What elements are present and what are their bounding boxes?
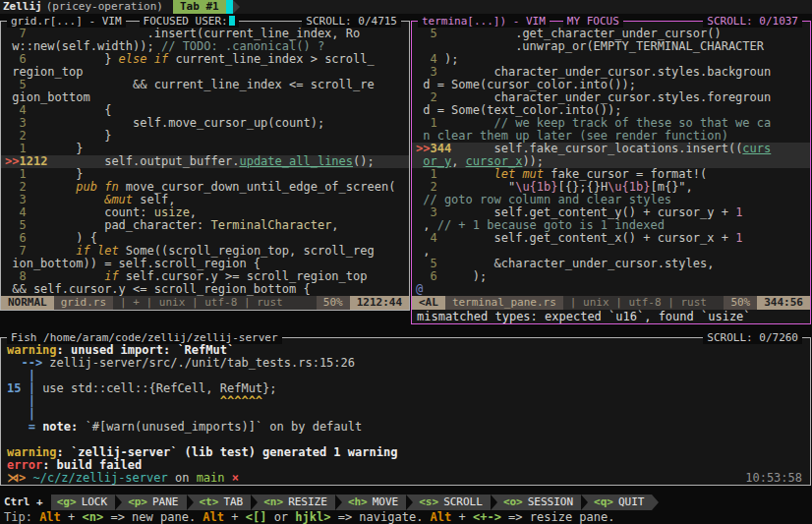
tip-text: + bbox=[451, 510, 473, 524]
code-row: 5 .get_character_under_cursor() bbox=[412, 28, 810, 40]
keybar-item-session[interactable]: <o>SESSION bbox=[497, 495, 581, 510]
terminal-output: warning: unused import: `RefMut` --> zel… bbox=[1, 344, 810, 485]
code-row: >>1212 self.output_buffer.update_all_lin… bbox=[1, 155, 409, 168]
pane-terminal-pane-rs[interactable]: termina[...]) - VIM MY FOCUS SCROLL: 0/1… bbox=[411, 21, 811, 324]
keybar-separator-icon bbox=[251, 495, 258, 510]
code-row: && self.cursor.y <= scroll_region_bottom… bbox=[1, 283, 409, 296]
keybar-key: <p> bbox=[128, 495, 147, 510]
vim-error-message: mismatched types: expected `u16`, found … bbox=[412, 310, 810, 323]
vim-fileinfo: | + | unix | utf-8 | rust bbox=[113, 296, 317, 310]
terminal-row: | bbox=[1, 408, 810, 421]
keybar-label: TAB bbox=[223, 495, 243, 510]
code-row: 5 && current_line_index <= scroll_re bbox=[1, 79, 409, 91]
code-row: 8 if self.cursor.y >= scroll_region_top bbox=[1, 270, 409, 283]
code-row: 1 // we keep track of these so that we c… bbox=[412, 117, 810, 130]
tip-text: or bbox=[266, 510, 295, 524]
statusline-right: <AL terminal_pane.rs | unix | utf-8 | ru… bbox=[412, 296, 810, 310]
code-area-grid-rs: 7 .insert(current_line_index, Ro w::new(… bbox=[1, 28, 409, 296]
pane-title-text: termina[...]) - VIM bbox=[418, 15, 550, 28]
keybar-separator-icon bbox=[115, 495, 122, 510]
keybar-separator-icon bbox=[187, 495, 194, 510]
keybar-key: <t> bbox=[200, 495, 219, 510]
keybar-separator-icon bbox=[335, 495, 342, 510]
code-row: ion_bottom)) = self.scroll_region { bbox=[1, 258, 409, 270]
session-name: (pricey-operation) bbox=[46, 0, 173, 14]
keybar-item-tab[interactable]: <t>TAB bbox=[194, 495, 252, 510]
code-row: 1 } bbox=[1, 143, 409, 155]
keybar-label: RESIZE bbox=[288, 495, 327, 510]
code-row: region_top bbox=[1, 66, 409, 79]
code-row: d = Some(cursor_color.into()); bbox=[412, 79, 810, 91]
keybar-key: <q> bbox=[594, 495, 613, 510]
vim-percent: 50% bbox=[317, 296, 350, 310]
code-row: 7 .insert(current_line_index, Ro bbox=[1, 28, 409, 40]
tip-text: => new pane. bbox=[103, 510, 203, 524]
tip-text: => navigate. bbox=[330, 510, 430, 524]
terminal-row bbox=[1, 434, 810, 446]
keybar-label: QUIT bbox=[618, 495, 645, 510]
code-row: 2 pub fn move_cursor_down_until_edge_of_… bbox=[1, 181, 409, 194]
tip-bar: Tip: Alt + <n> => new pane. Alt + <[] or… bbox=[0, 510, 812, 524]
tab-label: Tab #1 bbox=[180, 0, 219, 13]
tip-text: <[] bbox=[246, 510, 267, 524]
pane-grid-rs[interactable]: grid.r[...] - VIM FOCUSED USER: SCROLL: … bbox=[0, 21, 410, 311]
keybar-item-scroll[interactable]: <s>SCROLL bbox=[413, 495, 491, 510]
code-row: d = Some(text_color.into()); bbox=[412, 104, 810, 117]
pane-fish[interactable]: Fish /home/aram/code/zellij/zellij-serve… bbox=[0, 337, 811, 486]
keybar-item-resize[interactable]: <n>RESIZE bbox=[258, 495, 335, 510]
tip-text: <n> bbox=[83, 510, 104, 524]
pane-title-text: grid.r[...] - VIM bbox=[7, 15, 126, 28]
zellij-screen: Zellij (pricey-operation) Tab #1 grid.r[… bbox=[0, 0, 812, 524]
tip-text: + bbox=[224, 510, 246, 524]
keybar-key: <s> bbox=[419, 495, 438, 510]
code-row: .unwrap_or(EMPTY_TERMINAL_CHARACTER bbox=[412, 40, 810, 53]
code-row: 2 "\u{1b}[{};{}H\u{1b}[m{}", bbox=[412, 181, 810, 194]
keybar-separator-icon bbox=[491, 495, 497, 510]
scroll-indicator-fish: SCROLL: 0/7260 bbox=[703, 331, 802, 344]
terminal-row: --> zellij-server/src/./unit/tab_tests.r… bbox=[1, 357, 810, 370]
keybar-items: <g>LOCK<p>PANE<t>TAB<n>RESIZE<h>MOVE<s>S… bbox=[51, 495, 660, 510]
keybar-item-quit[interactable]: <q>QUIT bbox=[588, 495, 652, 510]
tip-text: Alt bbox=[203, 510, 224, 524]
vim-percent: 50% bbox=[724, 296, 757, 310]
code-row: 5 &character_under_cursor.styles, bbox=[412, 258, 810, 270]
clock-time: 10:53:58 bbox=[745, 472, 802, 485]
code-row: or_y, cursor_x)); bbox=[412, 155, 810, 168]
code-row: w::new(self.width)); // TODO: .canonical… bbox=[1, 40, 409, 53]
code-row: 3 self.move_cursor_up(count); bbox=[1, 117, 409, 130]
keybar-key: <o> bbox=[503, 495, 523, 510]
code-row: , bbox=[412, 245, 810, 258]
keybinding-bar: Ctrl + <g>LOCK<p>PANE<t>TAB<n>RESIZE<h>M… bbox=[0, 495, 812, 510]
code-row: 2 character_under_cursor.styles.foregrou… bbox=[412, 91, 810, 104]
vim-filename: terminal_pane.rs bbox=[445, 296, 563, 310]
tab-arrow-icon bbox=[233, 0, 240, 14]
keybar-label: LOCK bbox=[82, 495, 108, 510]
keybar-key: <h> bbox=[348, 495, 368, 510]
tip-text: <+-> bbox=[473, 510, 501, 524]
code-area-terminal-pane-rs: 5 .get_character_under_cursor() .unwrap_… bbox=[412, 28, 810, 296]
keybar-label: MOVE bbox=[373, 495, 399, 510]
keybar-prefix: Ctrl + bbox=[0, 495, 51, 510]
code-row: 3 character_under_cursor.styles.backgrou… bbox=[412, 66, 810, 79]
code-row: 6 ); bbox=[412, 270, 810, 283]
tab-item-1[interactable]: Tab #1 bbox=[173, 0, 226, 14]
terminal-row: | ^^^^^^ bbox=[1, 395, 810, 408]
keybar-item-lock[interactable]: <g>LOCK bbox=[51, 495, 115, 510]
tab-cursor-block bbox=[226, 0, 233, 14]
code-row: 5 pad_character: TerminalCharacter, bbox=[1, 219, 409, 232]
keybar-label: SESSION bbox=[528, 495, 573, 510]
keybar-separator-icon bbox=[652, 495, 659, 510]
keybar-item-move[interactable]: <h>MOVE bbox=[342, 495, 406, 510]
keybar-item-pane[interactable]: <p>PANE bbox=[122, 495, 186, 510]
terminal-row: warning: unused import: `RefMut` bbox=[1, 344, 810, 357]
scroll-indicator-right: SCROLL: 0/1037 bbox=[703, 15, 802, 28]
keybar-key: <n> bbox=[263, 495, 283, 510]
pane-title-text: Fish /home/aram/code/zellij/zellij-serve… bbox=[7, 331, 282, 344]
vim-mode: <AL bbox=[412, 296, 445, 310]
code-row: 4 self.get_content_x() + cursor_x + 1 bbox=[412, 232, 810, 245]
code-row: @ bbox=[412, 283, 810, 296]
keybar-separator-icon bbox=[406, 495, 413, 510]
code-row: n clear them up later (see render functi… bbox=[412, 130, 810, 143]
keybar-separator-icon bbox=[581, 495, 588, 510]
tip-text: Alt bbox=[39, 510, 61, 524]
